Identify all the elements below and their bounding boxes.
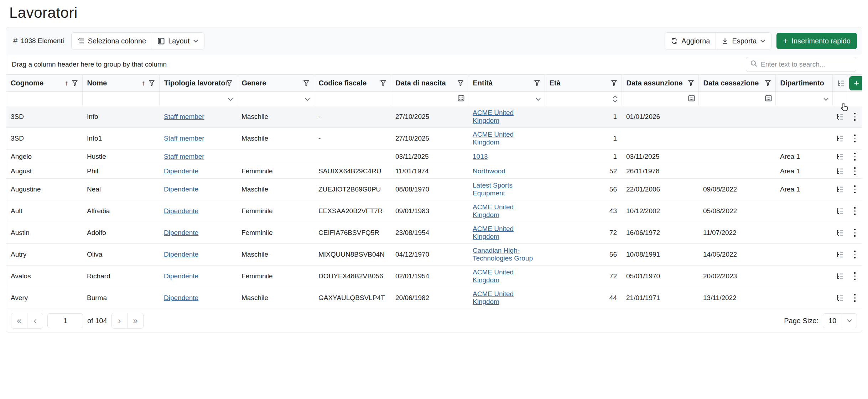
filter-icon[interactable] [149, 80, 155, 86]
column-header-data-di-nascita[interactable]: Data di nascita [391, 75, 468, 92]
cell-row-menu[interactable] [848, 200, 862, 222]
table-row[interactable]: August Phil Dipendente Femminile SAUIXX6… [6, 164, 862, 179]
tipologia-link[interactable]: Staff member [164, 113, 204, 120]
filter-icon[interactable] [765, 80, 771, 86]
tree-view-icon[interactable] [836, 295, 844, 302]
search-input[interactable] [761, 61, 852, 68]
table-row[interactable]: 3SD Info Staff member Maschile - 27/10/2… [6, 106, 862, 128]
entita-link[interactable]: Latest Sports Equipment [473, 182, 513, 197]
table-row[interactable]: Avery Burma Dipendente Maschile GAXYAULQ… [6, 287, 862, 309]
tree-view-icon[interactable] [836, 135, 844, 142]
kebab-icon[interactable] [854, 272, 856, 280]
kebab-icon[interactable] [854, 152, 856, 161]
kebab-icon[interactable] [854, 185, 856, 194]
filter-data-di-nascita[interactable] [391, 92, 468, 106]
filter-icon[interactable] [72, 80, 78, 86]
kebab-icon[interactable] [854, 167, 856, 175]
kebab-icon[interactable] [854, 134, 856, 143]
filter-icon[interactable] [534, 80, 540, 86]
table-row[interactable]: Austin Adolfo Dipendente Femminile CEIFI… [6, 222, 862, 244]
tree-view-icon[interactable] [836, 114, 844, 121]
filter-nome[interactable] [82, 92, 159, 106]
filter-icon[interactable] [458, 80, 463, 86]
layout-button[interactable]: Layout [152, 33, 204, 49]
filter-cognome[interactable] [6, 92, 82, 106]
entita-link[interactable]: Northwood [473, 167, 505, 175]
chevron-down-icon[interactable] [305, 95, 310, 103]
tipologia-link[interactable]: Dipendente [164, 207, 198, 215]
column-header-entita[interactable]: Entità [468, 75, 545, 92]
export-button[interactable]: Esporta [716, 33, 771, 49]
filter-data-cessazione[interactable] [698, 92, 775, 106]
kebab-icon[interactable] [854, 112, 856, 121]
tipologia-link[interactable]: Dipendente [164, 272, 198, 280]
chevron-down-icon[interactable] [228, 95, 233, 103]
filter-icon[interactable] [380, 80, 386, 86]
filter-icon[interactable] [227, 80, 232, 86]
tree-view-icon[interactable] [836, 230, 844, 237]
cell-tree-view[interactable] [832, 222, 848, 244]
tree-view-icon[interactable] [836, 153, 844, 161]
tree-view-icon[interactable] [836, 251, 844, 258]
filter-icon[interactable] [303, 80, 309, 86]
filter-genere[interactable] [237, 92, 314, 106]
cell-row-menu[interactable] [848, 222, 862, 244]
table-row[interactable]: Autry Oliva Dipendente Maschile MIXQUUN8… [6, 244, 862, 266]
cell-row-menu[interactable] [848, 179, 862, 200]
table-row[interactable]: Avalos Richard Dipendente Femminile DOUY… [6, 266, 862, 287]
first-page-button[interactable]: « [11, 313, 27, 328]
chevron-down-icon[interactable] [823, 95, 829, 103]
tree-view-icon[interactable] [836, 186, 844, 193]
tipologia-link[interactable]: Staff member [164, 135, 204, 142]
column-header-codice-fiscale[interactable]: Codice fiscale [314, 75, 391, 92]
page-number-input[interactable] [47, 313, 83, 328]
cell-row-menu[interactable] [848, 106, 862, 128]
filter-icon[interactable] [688, 80, 694, 86]
table-row[interactable]: Augustine Neal Dipendente Maschile ZUEJI… [6, 179, 862, 200]
table-row[interactable]: Angelo Hustle Staff member 03/11/2025 10… [6, 149, 862, 164]
tipologia-link[interactable]: Dipendente [164, 251, 198, 258]
cell-tree-view[interactable] [832, 106, 848, 128]
column-header-dipartimento[interactable]: Dipartimento [775, 75, 832, 92]
tree-view-icon[interactable] [836, 273, 844, 280]
last-page-button[interactable]: » [128, 313, 143, 328]
table-row[interactable]: Ault Alfredia Dipendente Femminile EEXSA… [6, 200, 862, 222]
kebab-icon[interactable] [854, 229, 856, 237]
prev-page-button[interactable]: ‹ [27, 313, 43, 328]
tree-view-icon[interactable] [836, 168, 844, 175]
filter-tipologia-lavoratore[interactable] [159, 92, 237, 106]
tree-view-icon[interactable] [836, 208, 844, 215]
column-header-genere[interactable]: Genere [237, 75, 314, 92]
column-header-nome[interactable]: Nome ↑ [82, 75, 159, 92]
add-row-button[interactable]: + [849, 76, 863, 90]
filter-entita[interactable] [468, 92, 545, 106]
entita-link[interactable]: ACME United Kingdom [473, 290, 514, 305]
quick-insert-button[interactable]: + Inserimento rapido [776, 33, 857, 49]
cell-row-menu[interactable] [848, 164, 862, 179]
calendar-icon[interactable] [458, 95, 464, 103]
kebab-icon[interactable] [854, 294, 856, 302]
column-header-tipologia-lavoratore[interactable]: Tipologia lavoratore [159, 75, 237, 92]
cell-row-menu[interactable] [848, 287, 862, 309]
entita-link[interactable]: 1013 [473, 153, 488, 160]
cell-tree-view[interactable] [832, 200, 848, 222]
spinner-icon[interactable] [612, 95, 618, 103]
tipologia-link[interactable]: Dipendente [164, 229, 198, 236]
cell-tree-view[interactable] [832, 244, 848, 266]
cell-tree-view[interactable] [832, 164, 848, 179]
next-page-button[interactable]: › [112, 313, 128, 328]
page-size-select[interactable]: 10 [823, 313, 857, 328]
kebab-icon[interactable] [854, 250, 856, 259]
cell-tree-view[interactable] [832, 149, 848, 164]
cell-tree-view[interactable] [832, 179, 848, 200]
entita-link[interactable]: ACME United Kingdom [473, 131, 514, 146]
search-box[interactable] [746, 57, 856, 72]
cell-row-menu[interactable] [848, 266, 862, 287]
column-header-cognome[interactable]: Cognome ↑ [6, 75, 82, 92]
filter-dipartimento[interactable] [775, 92, 832, 106]
cell-row-menu[interactable] [848, 149, 862, 164]
select-columns-button[interactable]: Seleziona colonne [72, 33, 152, 49]
entita-link[interactable]: ACME United Kingdom [473, 109, 514, 124]
entita-link[interactable]: ACME United Kingdom [473, 225, 514, 240]
refresh-button[interactable]: Aggiorna [665, 33, 716, 49]
